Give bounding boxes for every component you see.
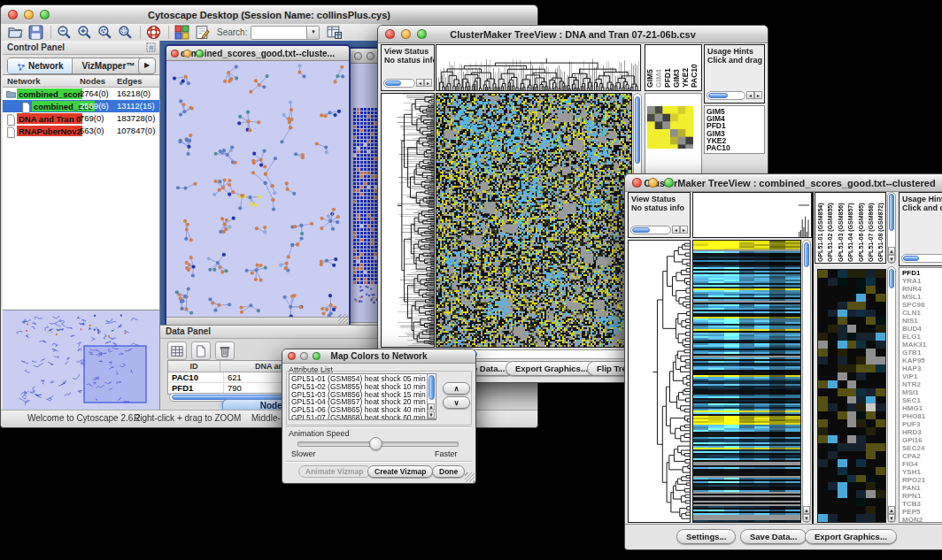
close-icon[interactable] <box>8 10 18 19</box>
scroll-up-arrow-icon[interactable]: ▲ <box>888 506 895 514</box>
save-session-icon[interactable] <box>28 25 43 40</box>
network-canvas[interactable] <box>166 61 345 317</box>
minimize-icon[interactable] <box>24 10 34 19</box>
tv2-top-dendrogram[interactable] <box>692 192 812 238</box>
tv2-heatmap[interactable] <box>692 240 801 523</box>
minimize-icon[interactable] <box>300 352 308 360</box>
gene-label[interactable]: PUF3 <box>900 420 942 428</box>
gene-label[interactable]: GPI16 <box>900 436 942 444</box>
network-overview-panel[interactable] <box>3 310 159 410</box>
gene-label[interactable]: GTB1 <box>900 349 942 357</box>
gene-label[interactable]: RNR4 <box>900 285 942 293</box>
minimize-icon[interactable] <box>183 50 191 58</box>
gene-label[interactable]: NIS1 <box>900 317 942 325</box>
scroll-thumb[interactable] <box>708 93 728 98</box>
gene-label[interactable]: KAP95 <box>900 357 942 364</box>
tv1-heatmap[interactable] <box>436 93 632 348</box>
row-label[interactable]: PAC10 <box>705 144 764 151</box>
gene-label[interactable]: NTR2 <box>900 380 942 388</box>
column-label[interactable]: GIM4 <box>654 45 663 88</box>
column-label[interactable]: GPL51-03 (GSM856) <box>836 193 845 262</box>
scroll-thumb[interactable] <box>429 375 435 400</box>
gene-label[interactable]: RPO21 <box>900 476 942 484</box>
close-icon[interactable] <box>385 29 395 39</box>
minimize-icon[interactable] <box>401 29 411 39</box>
float-panel-icon[interactable] <box>146 42 156 52</box>
row-dendrogram-canvas[interactable] <box>382 94 434 347</box>
col-network[interactable]: Network <box>7 75 40 87</box>
create-vizmap-button[interactable]: Create Vizmap <box>367 465 433 478</box>
column-label[interactable]: GPL51-04 (GSM857) <box>845 193 855 262</box>
zoom-window-icon[interactable] <box>196 50 204 58</box>
tv2-selection-heatmap[interactable] <box>817 269 886 523</box>
gene-label[interactable]: PAN1 <box>900 484 942 492</box>
gene-label[interactable]: CPA2 <box>900 452 942 460</box>
tab-network[interactable]: Network <box>8 58 72 73</box>
zoom-out-icon[interactable] <box>57 25 72 40</box>
tv2-labels-vscrollbar[interactable]: ▲ ▼ <box>887 192 896 264</box>
close-icon[interactable] <box>171 50 179 58</box>
scroll-up-arrow-icon[interactable]: ▲ <box>803 506 810 514</box>
gene-label[interactable]: HAP3 <box>900 364 942 372</box>
select-attributes-icon[interactable] <box>167 341 187 360</box>
help-icon[interactable] <box>146 25 161 40</box>
treeview1-titlebar[interactable]: ClusterMaker TreeView : DNA and Tran 07-… <box>378 26 768 43</box>
save-data-button[interactable]: Save Data... <box>740 529 807 544</box>
scroll-thumb[interactable] <box>635 96 640 164</box>
main-titlebar[interactable]: Cytoscape Desktop (Session Name: collins… <box>1 5 537 25</box>
treeview2-titlebar[interactable]: ClusterMaker TreeView : combined_scores_… <box>625 174 942 192</box>
scroll-down-arrow-icon[interactable]: ▼ <box>803 514 810 522</box>
scroll-right-arrow-icon[interactable]: ▸ <box>680 226 688 234</box>
scroll-up-arrow-icon[interactable]: ▲ <box>428 403 435 410</box>
scroll-thumb[interactable] <box>903 256 919 261</box>
gene-label[interactable]: MSI1 <box>900 388 942 396</box>
network-list-row[interactable]: combined_scores_2764(0)16218(0) <box>3 88 159 100</box>
similarity-heatmap-canvas[interactable] <box>647 106 693 149</box>
tv1-row-dendrogram[interactable] <box>381 93 435 348</box>
zoom-window-icon[interactable] <box>417 29 427 39</box>
col-id[interactable]: ID <box>168 361 220 372</box>
row-dendrogram-canvas[interactable] <box>629 241 690 522</box>
column-label[interactable]: GPL51-01 (GSM854) <box>815 193 825 262</box>
new-attribute-icon[interactable] <box>191 341 211 360</box>
close-icon[interactable] <box>288 352 296 360</box>
network-list-row[interactable]: DNA and Tran 07769(0)183728(0) <box>3 112 159 125</box>
gene-label[interactable]: VIP1 <box>900 372 942 380</box>
gene-label[interactable]: PEP5 <box>900 508 942 516</box>
attribute-list-vscrollbar[interactable]: ▲ ▼ <box>427 374 436 419</box>
gene-label[interactable]: CLN1 <box>900 309 942 317</box>
network-list-row[interactable]: combined_sco2569(6)13112(15) <box>3 100 159 112</box>
tv2-heatmap-vscrollbar[interactable]: ▲ ▼ <box>802 240 811 523</box>
done-button[interactable]: Done <box>432 465 465 478</box>
gene-label[interactable]: PHO81 <box>900 412 942 420</box>
chevron-down-icon[interactable]: ▼ <box>306 27 319 39</box>
export-graphics-button[interactable]: Export Graphics... <box>805 529 897 544</box>
zoom-window-icon[interactable] <box>40 10 50 19</box>
attribute-list-item[interactable]: GPL51-07 (GSM868) heat shock 60 min <box>290 414 436 420</box>
search-input[interactable]: ▼ <box>251 26 320 40</box>
network-view-window-1[interactable]: combined_scores_good.txt--cluste... <box>165 44 351 325</box>
gene-label[interactable]: MAK31 <box>900 341 942 349</box>
tv1-status-hscrollbar[interactable] <box>383 79 415 88</box>
scroll-left-arrow-icon[interactable]: ◂ <box>746 91 754 99</box>
heatmap-canvas[interactable] <box>436 94 631 347</box>
minimize-icon[interactable] <box>367 52 374 60</box>
gene-label[interactable]: TCB3 <box>900 500 942 508</box>
delete-attribute-icon[interactable] <box>215 341 235 360</box>
network-list-row[interactable]: RNAPuberNov2+|563(0)107847(0) <box>3 125 159 137</box>
birdseye-view[interactable] <box>3 311 158 409</box>
resize-grip-icon[interactable] <box>465 472 475 482</box>
gene-label[interactable]: RPN1 <box>900 492 942 500</box>
tv2-genes-vscrollbar[interactable]: ▲ ▼ <box>887 266 896 523</box>
column-label[interactable]: GPL51-08 (GSM872) <box>876 193 885 262</box>
col-edges[interactable]: Edges <box>117 75 143 87</box>
column-label[interactable]: PAC10 <box>690 45 699 88</box>
column-dendrogram-canvas[interactable] <box>693 193 811 237</box>
resize-grip-icon[interactable] <box>338 314 348 324</box>
tv2-status-hscrollbar[interactable] <box>630 226 671 234</box>
close-icon[interactable] <box>354 52 362 60</box>
export-graphics-button[interactable]: Export Graphics... <box>506 361 598 376</box>
dialog-titlebar[interactable]: Map Colors to Network <box>282 349 475 364</box>
gene-label[interactable]: BUD4 <box>900 325 942 333</box>
zoom-window-icon[interactable] <box>313 352 320 360</box>
